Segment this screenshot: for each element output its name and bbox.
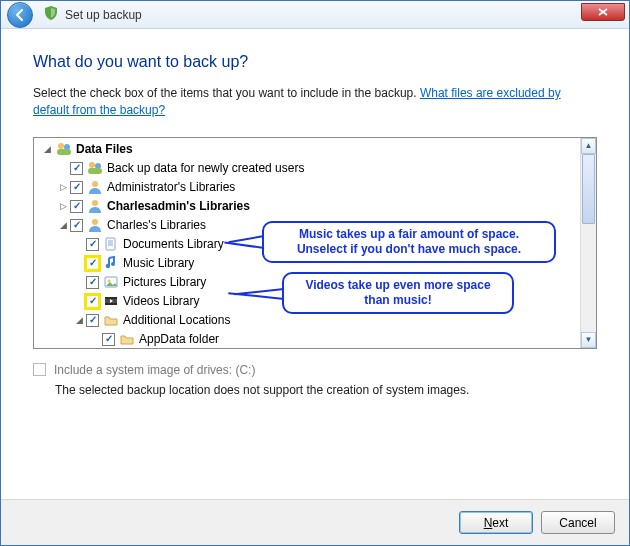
cancel-button[interactable]: Cancel (541, 511, 615, 534)
scrollbar[interactable]: ▲ ▼ (580, 138, 596, 348)
checkbox-highlighted[interactable] (86, 257, 99, 270)
scroll-thumb[interactable] (582, 154, 595, 224)
system-image-label: Include a system image of drives: (C:) (54, 363, 255, 377)
checkbox[interactable] (86, 314, 99, 327)
music-icon (103, 255, 119, 271)
svg-point-0 (58, 143, 64, 149)
folder-icon (103, 312, 119, 328)
content-area: What do you want to back up? Select the … (1, 29, 629, 499)
documents-icon (103, 236, 119, 252)
subtext-text: Select the check box of the items that y… (33, 86, 420, 100)
svg-point-10 (106, 264, 110, 268)
checkbox[interactable] (70, 162, 83, 175)
window-title: Set up backup (65, 8, 142, 22)
folder-icon (119, 331, 135, 347)
footer: Next Cancel (1, 499, 629, 545)
close-icon (598, 8, 608, 16)
videos-icon (103, 293, 119, 309)
svg-point-7 (92, 200, 98, 206)
node-label: Additional Locations (123, 313, 234, 327)
node-label: Documents Library (123, 237, 228, 251)
svg-rect-16 (105, 303, 117, 305)
node-label: Data Files (76, 142, 137, 156)
next-button[interactable]: Next (459, 511, 533, 534)
svg-point-13 (108, 280, 111, 283)
back-arrow-icon (13, 8, 27, 22)
svg-rect-2 (57, 149, 71, 155)
checkbox[interactable] (102, 333, 115, 346)
users-icon (87, 160, 103, 176)
expander-icon[interactable]: ◢ (56, 220, 70, 230)
checkbox-highlighted[interactable] (86, 295, 99, 308)
close-button[interactable] (581, 3, 625, 21)
expander-icon[interactable]: ◢ (72, 315, 86, 325)
tree-node-new-users[interactable]: Back up data for newly created users (34, 159, 580, 178)
node-label: Videos Library (123, 294, 204, 308)
annotation-music: Music takes up a fair amount of space. U… (262, 221, 556, 263)
svg-rect-15 (105, 297, 117, 299)
expander-icon[interactable]: ▷ (56, 201, 70, 211)
wizard-window: Set up backup What do you want to back u… (0, 0, 630, 546)
user-icon (87, 217, 103, 233)
tree-node-charlesadmin-libraries[interactable]: ▷ Charlesadmin's Libraries (34, 197, 580, 216)
system-image-note: The selected backup location does not su… (55, 383, 597, 397)
shield-icon (43, 5, 59, 24)
scroll-down-button[interactable]: ▼ (581, 332, 596, 348)
checkbox[interactable] (70, 181, 83, 194)
back-button[interactable] (7, 2, 33, 28)
node-label: Pictures Library (123, 275, 210, 289)
expander-icon[interactable]: ◢ (40, 144, 54, 154)
svg-point-11 (111, 262, 115, 266)
page-subtext: Select the check box of the items that y… (33, 85, 597, 119)
pictures-icon (103, 274, 119, 290)
scroll-up-button[interactable]: ▲ (581, 138, 596, 154)
svg-point-8 (92, 219, 98, 225)
user-icon (87, 179, 103, 195)
system-image-checkbox (33, 363, 46, 376)
node-label: Back up data for newly created users (107, 161, 308, 175)
titlebar: Set up backup (1, 1, 629, 29)
node-label: AppData folder (139, 332, 223, 346)
svg-point-3 (89, 162, 95, 168)
node-label: Charlesadmin's Libraries (107, 199, 254, 213)
node-label: Charles's Libraries (107, 218, 210, 232)
title-area: Set up backup (43, 5, 142, 24)
node-label: Music Library (123, 256, 198, 270)
tree-node-data-files[interactable]: ◢ Data Files (34, 140, 580, 159)
scroll-track[interactable] (581, 154, 596, 332)
node-label: Administrator's Libraries (107, 180, 239, 194)
user-icon (87, 198, 103, 214)
system-image-row: Include a system image of drives: (C:) (33, 363, 597, 377)
checkbox[interactable] (86, 238, 99, 251)
svg-rect-5 (88, 168, 102, 174)
users-icon (56, 141, 72, 157)
checkbox[interactable] (86, 276, 99, 289)
next-rest: ext (492, 516, 508, 530)
checkbox[interactable] (70, 200, 83, 213)
next-mnemonic: N (484, 516, 493, 530)
expander-icon[interactable]: ▷ (56, 182, 70, 192)
svg-rect-9 (106, 238, 115, 250)
page-heading: What do you want to back up? (33, 53, 597, 71)
tree-node-admin-libraries[interactable]: ▷ Administrator's Libraries (34, 178, 580, 197)
annotation-videos: Videos take up even more space than musi… (282, 272, 514, 314)
checkbox[interactable] (70, 219, 83, 232)
svg-point-6 (92, 181, 98, 187)
tree-container: ◢ Data Files Back up data for newly crea… (33, 137, 597, 349)
tree-node-appdata[interactable]: AppData folder (34, 330, 580, 348)
